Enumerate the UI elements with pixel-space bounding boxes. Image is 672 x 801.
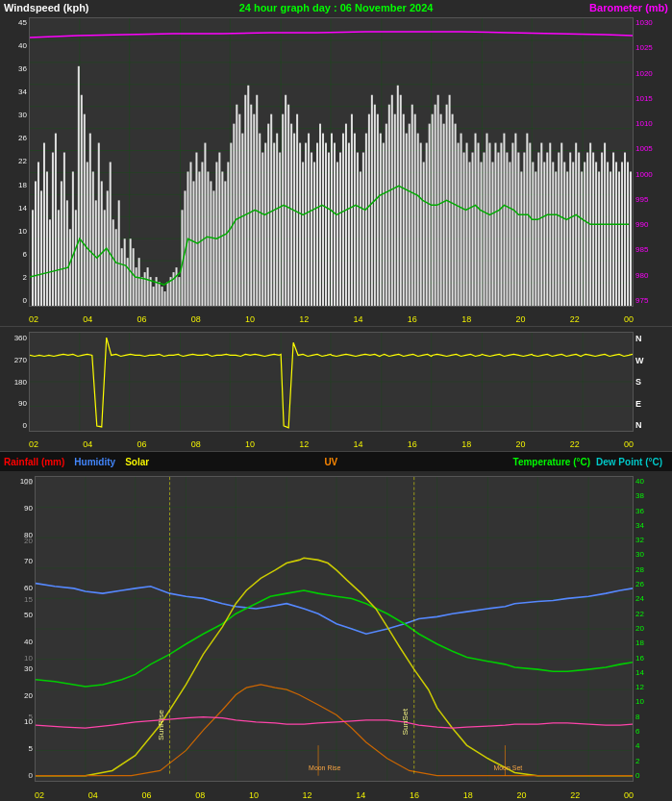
windspeed-svg bbox=[30, 18, 633, 306]
windspeed-plot-area bbox=[29, 17, 634, 307]
svg-rect-98 bbox=[247, 86, 249, 306]
svg-rect-127 bbox=[331, 134, 333, 306]
svg-rect-96 bbox=[241, 134, 243, 306]
svg-rect-191 bbox=[514, 134, 516, 306]
svg-rect-87 bbox=[215, 163, 217, 307]
svg-rect-30 bbox=[52, 153, 54, 306]
svg-rect-141 bbox=[371, 95, 373, 306]
svg-rect-197 bbox=[532, 163, 534, 307]
svg-rect-193 bbox=[520, 171, 522, 306]
svg-rect-183 bbox=[491, 163, 493, 307]
svg-rect-166 bbox=[443, 124, 445, 306]
windspeed-y-axis-left: 45 40 36 34 30 26 22 18 14 10 6 2 0 bbox=[0, 17, 29, 307]
svg-rect-34 bbox=[63, 153, 65, 306]
bottom-y-axis-left: 100 90 80 70 60 50 40 30 20 10 5 0 bbox=[0, 476, 35, 782]
winddir-x-axis: 02 04 06 08 10 12 14 16 18 20 22 00 bbox=[29, 439, 634, 449]
svg-rect-56 bbox=[127, 258, 129, 306]
bottom-chart: 100 90 80 70 60 50 40 30 20 10 5 0 25 20… bbox=[0, 471, 672, 801]
svg-rect-97 bbox=[244, 95, 246, 306]
svg-rect-107 bbox=[273, 143, 275, 306]
svg-rect-39 bbox=[78, 66, 80, 306]
svg-rect-83 bbox=[204, 143, 206, 306]
svg-rect-41 bbox=[84, 114, 86, 306]
svg-rect-176 bbox=[472, 153, 474, 306]
svg-rect-26 bbox=[40, 190, 42, 306]
svg-rect-119 bbox=[308, 134, 310, 306]
svg-rect-133 bbox=[348, 143, 350, 306]
svg-rect-95 bbox=[238, 114, 240, 306]
svg-rect-24 bbox=[35, 181, 37, 306]
svg-text:Moon Rise: Moon Rise bbox=[309, 764, 340, 772]
svg-rect-124 bbox=[322, 134, 324, 306]
svg-rect-132 bbox=[345, 124, 347, 306]
dewpoint-legend: Dew Point (°C) bbox=[596, 457, 662, 467]
winddir-svg bbox=[30, 333, 633, 431]
svg-rect-192 bbox=[517, 153, 519, 306]
svg-rect-190 bbox=[511, 143, 513, 306]
svg-rect-157 bbox=[417, 134, 419, 306]
svg-rect-110 bbox=[282, 114, 284, 306]
svg-rect-54 bbox=[121, 248, 123, 306]
svg-rect-184 bbox=[494, 143, 496, 306]
svg-rect-36 bbox=[69, 229, 71, 306]
windspeed-y-axis-right: 1030 1025 1020 1015 1010 1005 1000 995 9… bbox=[634, 17, 672, 307]
svg-rect-50 bbox=[110, 163, 112, 307]
svg-rect-198 bbox=[535, 171, 536, 306]
svg-rect-154 bbox=[409, 124, 411, 306]
svg-rect-194 bbox=[523, 153, 525, 306]
svg-rect-122 bbox=[316, 143, 318, 306]
svg-rect-202 bbox=[546, 153, 548, 306]
svg-rect-144 bbox=[380, 134, 382, 306]
svg-rect-125 bbox=[325, 143, 327, 306]
svg-rect-43 bbox=[89, 134, 91, 306]
svg-rect-182 bbox=[488, 143, 490, 306]
svg-rect-145 bbox=[383, 143, 385, 306]
svg-rect-206 bbox=[558, 153, 560, 306]
svg-rect-120 bbox=[311, 153, 312, 306]
svg-rect-99 bbox=[250, 105, 252, 306]
svg-rect-88 bbox=[218, 153, 220, 306]
winddir-plot-area bbox=[29, 332, 634, 432]
svg-rect-134 bbox=[351, 114, 353, 306]
svg-rect-108 bbox=[276, 134, 278, 306]
svg-rect-94 bbox=[236, 105, 237, 306]
svg-rect-44 bbox=[92, 171, 94, 306]
svg-rect-38 bbox=[75, 210, 77, 306]
svg-rect-185 bbox=[497, 153, 499, 306]
svg-rect-160 bbox=[426, 143, 428, 306]
svg-rect-186 bbox=[500, 143, 502, 306]
svg-rect-164 bbox=[437, 95, 439, 306]
rainfall-legend: Rainfall (mm) bbox=[4, 457, 64, 467]
svg-rect-130 bbox=[339, 153, 341, 306]
svg-rect-28 bbox=[46, 171, 48, 306]
svg-rect-203 bbox=[549, 143, 551, 306]
bottom-x-axis: 02 04 06 08 10 12 14 16 18 20 22 00 bbox=[35, 790, 634, 800]
svg-rect-208 bbox=[563, 163, 565, 307]
svg-rect-89 bbox=[221, 171, 223, 306]
svg-rect-45 bbox=[95, 200, 97, 306]
svg-rect-101 bbox=[256, 95, 258, 306]
svg-rect-152 bbox=[403, 114, 405, 306]
svg-rect-137 bbox=[360, 171, 361, 306]
uv-legend: UV bbox=[272, 457, 389, 467]
svg-rect-74 bbox=[179, 277, 181, 306]
svg-rect-180 bbox=[483, 153, 485, 306]
svg-rect-216 bbox=[586, 153, 588, 306]
svg-rect-179 bbox=[481, 163, 483, 307]
svg-rect-169 bbox=[452, 114, 454, 306]
svg-rect-47 bbox=[101, 181, 103, 306]
windspeed-title: Windspeed (kph) bbox=[4, 2, 89, 13]
svg-rect-58 bbox=[133, 248, 135, 306]
svg-rect-63 bbox=[147, 267, 149, 306]
svg-rect-172 bbox=[460, 134, 462, 306]
bottom-svg: SunRise SunSet Moon Rise Moon Set bbox=[36, 477, 633, 781]
svg-rect-147 bbox=[388, 105, 390, 306]
svg-rect-60 bbox=[138, 258, 140, 306]
svg-rect-219 bbox=[595, 163, 597, 307]
svg-rect-221 bbox=[601, 153, 603, 306]
svg-rect-229 bbox=[624, 153, 626, 306]
svg-rect-146 bbox=[386, 124, 387, 306]
svg-rect-103 bbox=[261, 153, 263, 306]
svg-rect-35 bbox=[66, 200, 68, 306]
solar-legend: Solar bbox=[125, 457, 149, 467]
